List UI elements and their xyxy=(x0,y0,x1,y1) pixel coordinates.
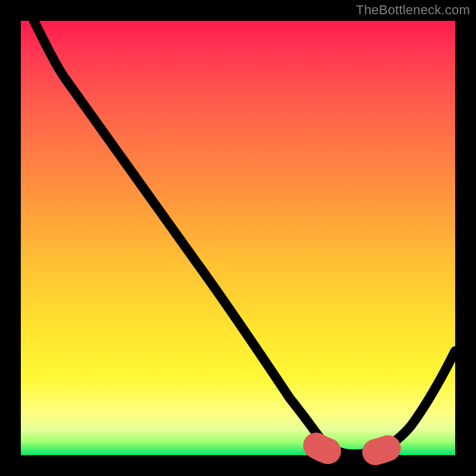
attribution-text: TheBottleneck.com xyxy=(356,2,470,18)
chart-svg xyxy=(21,21,455,455)
bottleneck-curve xyxy=(34,21,455,455)
chart-frame: TheBottleneck.com xyxy=(0,0,476,476)
plot-area xyxy=(21,21,455,455)
